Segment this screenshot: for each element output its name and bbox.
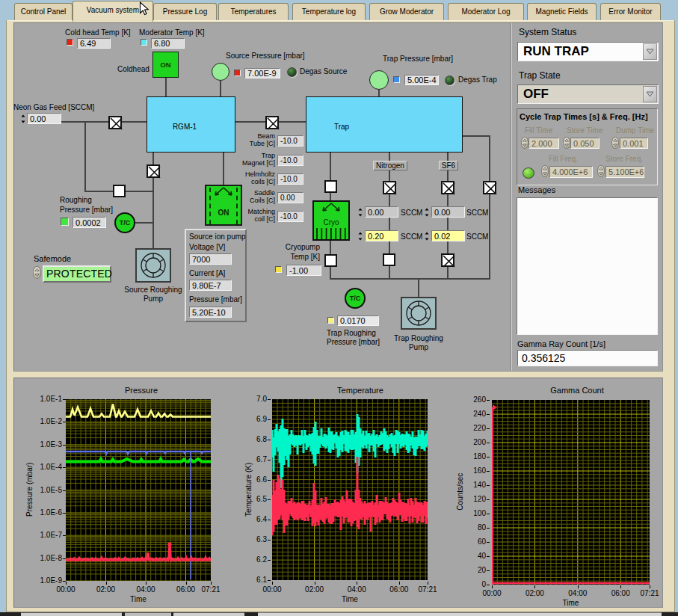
svg-text:Cryo: Cryo xyxy=(323,218,339,227)
